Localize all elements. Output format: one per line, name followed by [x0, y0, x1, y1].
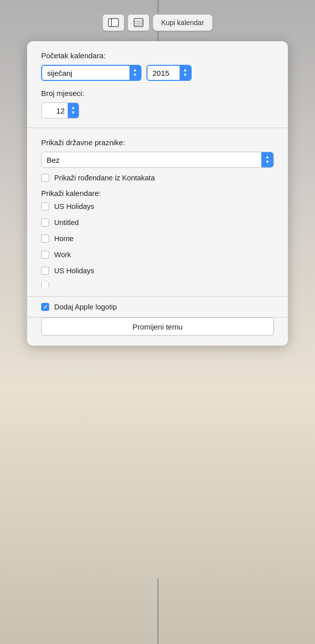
sidebar-view-button[interactable] [102, 14, 124, 31]
birthdays-label: Prikaži rođendane iz Kontakata [54, 174, 155, 182]
calendar-start-controls: siječanj ▲ ▼ 2015 ▲ ▼ [41, 65, 274, 81]
calendar-label-2: Home [54, 235, 74, 243]
calendar-label-3: Work [54, 251, 71, 259]
year-down-arrow[interactable]: ▼ [183, 73, 188, 78]
center-line-bottom [158, 579, 159, 644]
list-view-button[interactable] [127, 14, 149, 31]
change-theme-label: Promijeni temu [132, 323, 183, 331]
svg-rect-0 [108, 19, 118, 27]
calendar-label-0: US Holidays [54, 202, 94, 210]
sidebar-icon [108, 18, 119, 27]
month-selector[interactable]: siječanj ▲ ▼ [41, 65, 141, 81]
month-stepper-arrows[interactable]: ▲ ▼ [129, 66, 140, 80]
calendar-row: Home [41, 235, 274, 243]
calendar-checkbox-0[interactable] [41, 202, 49, 210]
months-stepper-arrows[interactable]: ▲ ▼ [68, 103, 79, 118]
holidays-selector[interactable]: Bez ▲ ▼ [41, 152, 274, 168]
holidays-section: Prikaži državne praznike: Bez ▲ ▼ Prikaž… [27, 128, 288, 296]
calendar-row: US Holidays [41, 202, 274, 210]
calendar-checkbox-4[interactable] [41, 267, 49, 275]
list-icon [133, 18, 143, 27]
calendar-start-section: Početak kalendara: siječanj ▲ ▼ 2015 ▲ ▼… [27, 41, 288, 128]
calendar-start-label: Početak kalendara: [41, 51, 274, 60]
buy-calendar-button[interactable]: Kupi kalendar [152, 14, 213, 31]
holidays-stepper-arrows[interactable]: ▲ ▼ [261, 152, 273, 167]
calendar-checkbox-partial [41, 283, 49, 287]
calendar-label-1: Untitled [54, 219, 79, 227]
toolbar: Kupi kalendar [102, 14, 213, 31]
month-down-arrow[interactable]: ▼ [133, 73, 137, 78]
months-down-arrow[interactable]: ▼ [71, 111, 76, 116]
calendar-row: Untitled [41, 219, 274, 227]
calendar-row-partial [41, 283, 274, 287]
calendar-row: Work [41, 251, 274, 259]
year-stepper-arrows[interactable]: ▲ ▼ [180, 66, 191, 80]
birthdays-row: Prikaži rođendane iz Kontakata [41, 174, 274, 182]
year-value: 2015 [147, 69, 180, 77]
calendar-checkbox-1[interactable] [41, 219, 49, 227]
holidays-down-arrow[interactable]: ▼ [265, 160, 270, 165]
calendars-list: US HolidaysUntitledHomeWorkUS Holidays [41, 202, 274, 287]
birthdays-checkbox[interactable] [41, 174, 49, 182]
month-value: siječanj [42, 69, 129, 77]
show-holidays-label: Prikaži državne praznike: [41, 138, 274, 147]
calendar-checkbox-3[interactable] [41, 251, 49, 259]
calendar-row: US Holidays [41, 267, 274, 275]
change-theme-button[interactable]: Promijeni temu [41, 317, 274, 336]
months-count-selector[interactable]: 12 ▲ ▼ [41, 102, 79, 119]
holidays-value: Bez [42, 156, 261, 164]
calendar-checkbox-2[interactable] [41, 235, 49, 243]
months-value: 12 [42, 106, 68, 115]
apple-logo-row: Dodaj Apple logotip [27, 297, 288, 317]
apple-logo-checkbox[interactable] [41, 303, 49, 311]
calendar-label-4: US Holidays [54, 267, 94, 275]
show-calendars-label: Prikaži kalendare: [41, 189, 274, 197]
settings-panel: Početak kalendara: siječanj ▲ ▼ 2015 ▲ ▼… [27, 41, 288, 346]
year-selector[interactable]: 2015 ▲ ▼ [146, 65, 192, 81]
apple-logo-label: Dodaj Apple logotip [54, 303, 117, 311]
months-count-label: Broj mjeseci: [41, 89, 274, 97]
